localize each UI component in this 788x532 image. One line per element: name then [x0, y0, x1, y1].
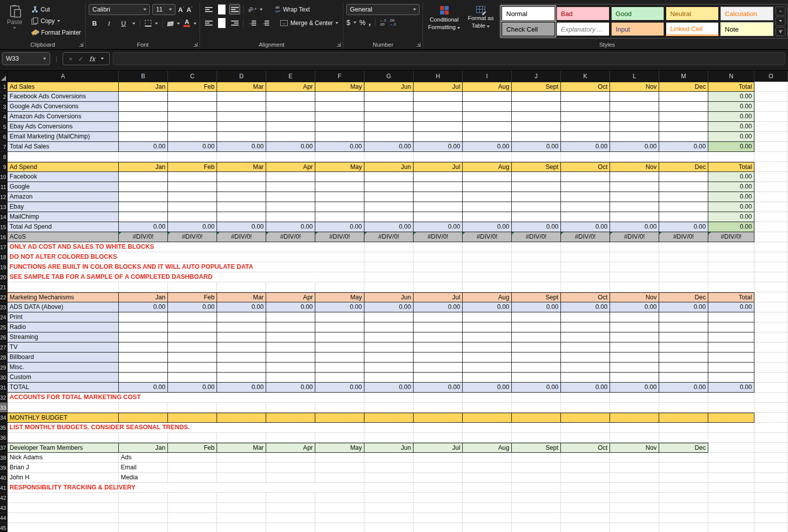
cell-B6[interactable]: [119, 132, 168, 142]
cell-O26[interactable]: [754, 332, 788, 342]
cell-C25[interactable]: [168, 322, 217, 332]
cell-N7[interactable]: 0.00: [708, 142, 754, 152]
paste-button[interactable]: Paste: [3, 4, 26, 41]
cell-B26[interactable]: [119, 332, 168, 342]
cell-G3[interactable]: [364, 102, 414, 112]
merge-center-button[interactable]: ↔ Merge & Center: [279, 18, 340, 28]
cell-K15[interactable]: 0.00: [561, 222, 610, 232]
cell-N43[interactable]: [708, 503, 754, 513]
cell-A22[interactable]: Marketing Mechanisms: [8, 292, 119, 302]
cell-I31[interactable]: 0.00: [463, 383, 512, 393]
cell-M38[interactable]: [659, 453, 708, 463]
cell-N18[interactable]: [708, 252, 754, 262]
cell-O17[interactable]: [754, 242, 788, 252]
clipboard-dialog-launcher[interactable]: [79, 43, 83, 47]
cell-M4[interactable]: [659, 112, 708, 122]
decrease-font-size-button[interactable]: Aˇ: [186, 6, 192, 14]
cell-N37[interactable]: [708, 443, 754, 453]
cell-N34[interactable]: [708, 413, 754, 423]
cell-C43[interactable]: [168, 503, 217, 513]
cell-J12[interactable]: [512, 192, 561, 202]
cell-C29[interactable]: [168, 363, 217, 373]
cell-H2[interactable]: [414, 92, 463, 102]
cell-J41[interactable]: [512, 483, 561, 493]
cell-A1[interactable]: Ad Sales: [8, 82, 119, 92]
cell-H10[interactable]: [414, 172, 463, 182]
row-header-10[interactable]: 10: [0, 172, 8, 182]
cell-O20[interactable]: [754, 272, 788, 282]
cell-I44[interactable]: [463, 513, 512, 523]
align-top-button[interactable]: [203, 4, 214, 15]
cell-N8[interactable]: [708, 152, 754, 162]
row-header-29[interactable]: 29: [0, 363, 8, 373]
cell-E30[interactable]: [266, 373, 315, 383]
row-header-21[interactable]: 21: [0, 282, 8, 292]
row-header-30[interactable]: 30: [0, 373, 8, 383]
cell-M41[interactable]: [659, 483, 708, 493]
row-header-28[interactable]: 28: [0, 352, 8, 363]
cell-A33[interactable]: [8, 403, 119, 413]
cell-L5[interactable]: [610, 122, 659, 132]
cell-K37[interactable]: Oct: [561, 443, 610, 453]
cell-K9[interactable]: Oct: [561, 162, 610, 172]
cell-B14[interactable]: [119, 212, 168, 222]
cell-J39[interactable]: [512, 463, 561, 473]
cell-J34[interactable]: [512, 413, 561, 423]
cell-B28[interactable]: [119, 352, 168, 363]
format-painter-button[interactable]: Format Painter: [30, 27, 82, 38]
cell-H23[interactable]: 0.00: [414, 302, 463, 312]
cell-L20[interactable]: [610, 272, 659, 282]
cell-J14[interactable]: [512, 212, 561, 222]
decrease-decimal-button[interactable]: .00→.0: [389, 19, 397, 27]
row-header-15[interactable]: 15: [0, 222, 8, 232]
cell-B30[interactable]: [119, 373, 168, 383]
cell-K42[interactable]: [561, 493, 610, 503]
cell-N44[interactable]: [708, 513, 754, 523]
cell-E23[interactable]: 0.00: [266, 302, 315, 312]
cell-J13[interactable]: [512, 202, 561, 212]
comma-style-button[interactable]: ,: [368, 20, 370, 25]
cell-D43[interactable]: [217, 503, 266, 513]
cell-C23[interactable]: 0.00: [168, 302, 217, 312]
row-header-41[interactable]: 41: [0, 483, 8, 493]
cell-M13[interactable]: [659, 202, 708, 212]
cell-M39[interactable]: [659, 463, 708, 473]
row-header-2[interactable]: 2: [0, 92, 8, 102]
cell-M7[interactable]: 0.00: [659, 142, 708, 152]
cell-E1[interactable]: Apr: [266, 82, 315, 92]
cell-N45[interactable]: [708, 523, 754, 532]
cell-N24[interactable]: [708, 312, 754, 322]
cell-I43[interactable]: [463, 503, 512, 513]
cell-M31[interactable]: 0.00: [659, 383, 708, 393]
cell-J4[interactable]: [512, 112, 561, 122]
cell-O12[interactable]: [754, 192, 788, 202]
cell-A19[interactable]: FUNCTIONS ARE BUILT IN COLOR BLOCKS AND …: [8, 262, 315, 272]
cell-J40[interactable]: [512, 473, 561, 483]
cell-M11[interactable]: [659, 182, 708, 192]
cell-M43[interactable]: [659, 503, 708, 513]
column-header-I[interactable]: I: [463, 71, 512, 82]
cell-M42[interactable]: [659, 493, 708, 503]
number-format-combo[interactable]: General: [346, 4, 420, 15]
cell-I1[interactable]: Aug: [463, 82, 512, 92]
cell-L30[interactable]: [610, 373, 659, 383]
cell-L25[interactable]: [610, 322, 659, 332]
cell-I14[interactable]: [463, 212, 512, 222]
cell-M9[interactable]: Dec: [659, 162, 708, 172]
cell-O38[interactable]: [754, 453, 788, 463]
align-right-button[interactable]: [229, 18, 240, 28]
cell-H39[interactable]: [414, 463, 463, 473]
cell-E45[interactable]: [266, 523, 315, 532]
cell-I34[interactable]: [463, 413, 512, 423]
cell-F26[interactable]: [315, 332, 364, 342]
cell-E36[interactable]: [266, 433, 315, 443]
cell-O37[interactable]: [754, 443, 788, 453]
cell-D21[interactable]: [217, 282, 266, 292]
cell-L39[interactable]: [610, 463, 659, 473]
cell-F31[interactable]: 0.00: [315, 383, 364, 393]
cell-A36[interactable]: [8, 433, 119, 443]
cell-L1[interactable]: Nov: [610, 82, 659, 92]
cell-H43[interactable]: [414, 503, 463, 513]
cell-K29[interactable]: [561, 363, 610, 373]
cell-I2[interactable]: [463, 92, 512, 102]
